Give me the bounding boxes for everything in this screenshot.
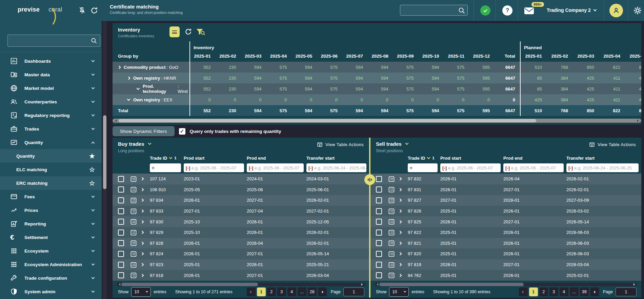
- buy-view-table-actions[interactable]: View Table Actions: [317, 142, 364, 147]
- sell-next-page-button[interactable]: [590, 287, 599, 296]
- scroll-left-icon[interactable]: [376, 283, 378, 286]
- row-expand-icon[interactable]: [399, 177, 402, 181]
- row-details-icon[interactable]: [388, 186, 395, 193]
- sell-page-button[interactable]: 2: [539, 287, 548, 296]
- sell-prev-page-button[interactable]: [519, 287, 528, 296]
- row-expand-icon[interactable]: [141, 177, 144, 181]
- row-details-icon[interactable]: [388, 272, 395, 279]
- sidebar-item-system-admin[interactable]: System admin: [0, 285, 102, 298]
- row-expand-icon[interactable]: [399, 188, 402, 191]
- sell-trades-title-toggle[interactable]: Sell trades: [376, 141, 408, 147]
- buy-col-trade-id[interactable]: Trade ID 1: [150, 156, 184, 161]
- row-checkbox[interactable]: [376, 230, 382, 236]
- sell-page-size-select[interactable]: 10: [389, 287, 409, 297]
- sell-scrollbar-thumb[interactable]: [379, 283, 524, 286]
- sidebar-item-market-model[interactable]: Market model: [0, 81, 102, 95]
- row-checkbox[interactable]: [118, 219, 124, 225]
- sidebar-item-dashboards[interactable]: Dashboards: [0, 54, 102, 68]
- buy-page-button[interactable]: 4: [287, 287, 296, 296]
- help-icon[interactable]: ?: [502, 5, 512, 16]
- buy-col-transfer-start[interactable]: Transfer start: [306, 156, 369, 161]
- row-checkbox[interactable]: [376, 197, 382, 203]
- sidebar-item-ecosystem[interactable]: Ecosystem: [0, 244, 102, 258]
- buy-trades-title-toggle[interactable]: Buy trades: [118, 141, 151, 147]
- row-expand-icon[interactable]: [399, 199, 402, 202]
- sidebar-item-master-data[interactable]: Master data: [0, 68, 102, 81]
- buy-prod-start-filter-input[interactable]: [-] e.g. 2025-06 - 2025-07: [184, 163, 244, 172]
- refresh-icon[interactable]: [184, 28, 193, 36]
- row-details-icon[interactable]: [388, 240, 395, 246]
- expand-group-icon[interactable]: [118, 65, 121, 69]
- user-avatar[interactable]: [609, 4, 623, 17]
- row-expand-icon[interactable]: [141, 263, 144, 266]
- sidebar-item-quantity[interactable]: Quantity: [0, 136, 102, 149]
- row-checkbox[interactable]: [118, 186, 124, 193]
- mail-icon[interactable]: [524, 7, 534, 15]
- vertical-scrollbar-thumb[interactable]: [103, 115, 106, 189]
- row-checkbox[interactable]: [118, 262, 124, 268]
- buy-page-input[interactable]: [343, 287, 364, 296]
- row-details-icon[interactable]: [130, 261, 137, 268]
- buy-page-size-select[interactable]: 10: [131, 287, 151, 297]
- row-checkbox[interactable]: [376, 272, 382, 278]
- filter-search-icon[interactable]: [197, 28, 205, 36]
- global-search-input[interactable]: [403, 5, 456, 15]
- row-checkbox[interactable]: [118, 197, 124, 203]
- inventory-horizontal-scrollbar[interactable]: [113, 119, 641, 123]
- sidebar-subitem-erc-matching[interactable]: ERC matching☆: [0, 176, 102, 190]
- sell-horizontal-scrollbar[interactable]: [375, 283, 637, 286]
- buy-col-prod-end[interactable]: Prod end: [247, 156, 306, 161]
- sidebar-item-settlement[interactable]: €Settlement: [0, 231, 102, 244]
- collapse-group-icon[interactable]: [137, 86, 140, 90]
- sell-page-button[interactable]: 3: [549, 287, 558, 296]
- row-expand-icon[interactable]: [399, 263, 402, 266]
- row-checkbox[interactable]: [118, 251, 124, 257]
- sell-transfer-start-filter-input[interactable]: [-] e.g. 2025-06-24 - 2025-06-25: [566, 163, 639, 172]
- row-details-icon[interactable]: [130, 229, 137, 236]
- row-expand-icon[interactable]: [141, 252, 144, 256]
- row-expand-icon[interactable]: [141, 231, 144, 234]
- status-check-icon[interactable]: [480, 5, 490, 16]
- show-dynamic-filters-button[interactable]: Show Dynamic Filters: [113, 126, 175, 136]
- buy-horizontal-scrollbar[interactable]: [117, 283, 365, 286]
- panel-resize-divider[interactable]: [369, 138, 370, 298]
- row-expand-icon[interactable]: [399, 241, 402, 245]
- gear-icon[interactable]: [633, 6, 642, 15]
- sell-col-prod-end[interactable]: Prod end: [503, 156, 566, 161]
- buy-page-button[interactable]: 2: [267, 287, 276, 296]
- sidebar-item-prices[interactable]: Prices: [0, 203, 102, 217]
- collapse-group-icon[interactable]: [127, 97, 130, 101]
- row-details-icon[interactable]: [388, 261, 395, 268]
- sidebar-item-trades[interactable]: Trades: [0, 122, 102, 136]
- row-details-icon[interactable]: [130, 251, 137, 257]
- sidebar-item-trade-configuration[interactable]: Trade configuration: [0, 271, 102, 285]
- scroll-right-icon[interactable]: [633, 283, 636, 286]
- buy-prod-end-filter-input[interactable]: [-] e.g. 2025-06 - 2025-07: [247, 163, 304, 172]
- row-expand-icon[interactable]: [141, 199, 144, 202]
- row-details-icon[interactable]: [130, 176, 137, 182]
- row-checkbox[interactable]: [376, 240, 382, 246]
- favorite-star-icon[interactable]: ☆: [89, 166, 95, 174]
- row-details-icon[interactable]: [388, 208, 395, 215]
- search-icon[interactable]: [90, 37, 97, 44]
- row-checkbox[interactable]: [118, 272, 124, 278]
- row-details-icon[interactable]: [388, 197, 395, 204]
- buy-page-button[interactable]: 3: [277, 287, 286, 296]
- row-checkbox[interactable]: [118, 208, 124, 214]
- vertical-scrollbar[interactable]: [103, 21, 107, 299]
- row-expand-icon[interactable]: [399, 252, 402, 256]
- buy-scrollbar-thumb[interactable]: [121, 283, 258, 286]
- row-checkbox[interactable]: [376, 219, 382, 225]
- row-checkbox[interactable]: [376, 208, 382, 214]
- row-checkbox[interactable]: [376, 251, 382, 257]
- favorite-star-icon[interactable]: ☆: [89, 179, 95, 187]
- sell-page-button[interactable]: 39: [580, 287, 589, 296]
- row-checkbox[interactable]: [376, 262, 382, 268]
- sell-view-table-actions[interactable]: View Table Actions: [589, 142, 636, 147]
- sell-col-prod-start[interactable]: Prod start: [440, 156, 503, 161]
- buy-page-ellipsis-button[interactable]: ...: [298, 287, 306, 296]
- expand-group-icon[interactable]: [127, 76, 130, 80]
- scroll-left-icon[interactable]: [118, 283, 120, 286]
- favorite-star-icon[interactable]: ★: [89, 152, 95, 160]
- sell-prod-end-filter-input[interactable]: [-] e.g. 2025-06 - 2025-07: [503, 163, 564, 172]
